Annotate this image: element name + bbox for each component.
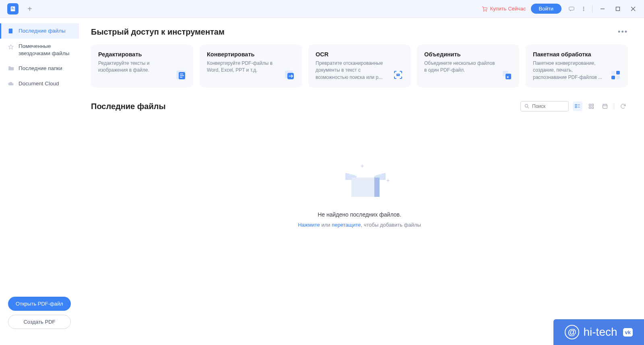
- search-icon: [524, 103, 530, 109]
- edit-icon: [174, 68, 188, 82]
- more-menu-icon[interactable]: [578, 3, 590, 15]
- search-input-wrapper[interactable]: [520, 101, 569, 112]
- vk-badge: vk: [623, 328, 633, 337]
- folder-icon: [7, 65, 14, 72]
- svg-rect-5: [569, 7, 574, 10]
- sidebar-item-label: Помеченные звездочками файлы: [19, 43, 73, 57]
- quick-access-title: Быстрый доступ к инструментам: [91, 27, 225, 37]
- main-content: Быстрый доступ к инструментам ••• Редакт…: [79, 18, 644, 345]
- close-button[interactable]: [625, 3, 641, 15]
- svg-rect-36: [589, 104, 591, 106]
- empty-box-icon: + +: [337, 164, 382, 200]
- svg-rect-32: [575, 105, 577, 106]
- view-list-button[interactable]: [573, 101, 582, 111]
- recent-files-icon: [7, 27, 14, 35]
- svg-point-8: [583, 10, 584, 11]
- sidebar-item-label: Document Cloud: [19, 80, 59, 87]
- view-calendar-button[interactable]: [600, 101, 610, 111]
- empty-drag-link[interactable]: перетащите: [332, 222, 361, 228]
- svg-rect-1: [12, 7, 13, 8]
- watermark-text: hi-tech: [583, 326, 617, 339]
- login-button[interactable]: Войти: [531, 4, 561, 14]
- recent-files-title: Последние файлы: [91, 102, 165, 111]
- svg-rect-10: [616, 7, 620, 10]
- svg-point-7: [583, 8, 584, 9]
- svg-line-31: [528, 107, 529, 108]
- svg-rect-40: [603, 105, 607, 109]
- svg-point-4: [486, 10, 487, 11]
- card-desc: Объедините несколько файлов в один PDF-ф…: [424, 60, 512, 74]
- tool-card-batch[interactable]: Пакетная обработка Пакетное конвертирова…: [526, 45, 628, 87]
- svg-rect-18: [180, 75, 184, 76]
- svg-rect-49: [374, 178, 380, 197]
- sidebar: Последние файлы Помеченные звездочками ф…: [0, 18, 79, 345]
- convert-icon: [283, 68, 296, 82]
- refresh-button[interactable]: [618, 101, 628, 111]
- card-title: Конвертировать: [207, 51, 295, 58]
- empty-click-link[interactable]: Нажмите: [298, 222, 320, 228]
- titlebar: + Купить Сейчас Войти: [0, 0, 644, 18]
- svg-marker-14: [8, 45, 13, 49]
- view-grid-button[interactable]: [586, 101, 596, 111]
- tool-card-edit[interactable]: Редактировать Редактируйте тексты и изоб…: [91, 45, 193, 87]
- svg-rect-38: [589, 107, 591, 109]
- svg-point-30: [525, 105, 528, 107]
- svg-rect-28: [611, 76, 615, 79]
- create-pdf-button[interactable]: Создать PDF: [8, 315, 71, 329]
- svg-text:+: +: [361, 164, 364, 169]
- svg-point-6: [583, 7, 584, 8]
- at-icon: @: [565, 325, 579, 339]
- sidebar-item-document-cloud[interactable]: Document Cloud: [0, 76, 79, 91]
- svg-rect-26: [611, 71, 615, 74]
- sidebar-item-label: Последние файлы: [19, 27, 66, 35]
- sidebar-item-recent-folders[interactable]: Последние папки: [0, 61, 79, 76]
- star-icon: [7, 43, 14, 51]
- maximize-button[interactable]: [610, 3, 625, 15]
- svg-rect-17: [180, 74, 183, 74]
- watermark-badge: @ hi-tech vk: [553, 319, 644, 345]
- empty-state: + + Не найдено последних файлов. Нажмите…: [91, 164, 628, 228]
- minimize-button[interactable]: [595, 3, 610, 15]
- svg-rect-2: [12, 8, 14, 9]
- empty-hint: Нажмите или перетащите, чтобы добавить ф…: [298, 222, 421, 228]
- new-tab-button[interactable]: +: [27, 5, 32, 13]
- card-desc: Превратите отсканированные документы в т…: [316, 60, 403, 81]
- ocr-icon: T: [391, 68, 405, 82]
- card-desc: Редактируйте тексты и изображения в файл…: [98, 60, 186, 74]
- svg-point-3: [483, 10, 484, 11]
- svg-rect-39: [592, 107, 593, 109]
- tool-card-merge[interactable]: Объединить Объедините несколько файлов в…: [417, 45, 519, 87]
- svg-text:+: +: [386, 177, 390, 184]
- svg-rect-37: [592, 104, 593, 106]
- svg-text:T: T: [397, 74, 398, 76]
- quick-access-more-icon[interactable]: •••: [618, 28, 628, 36]
- svg-rect-33: [575, 107, 577, 108]
- card-title: Редактировать: [98, 51, 186, 58]
- sidebar-item-label: Последние папки: [19, 65, 62, 72]
- merge-icon: [500, 68, 514, 82]
- chat-icon[interactable]: [566, 3, 578, 15]
- card-desc: Пакетное конвертирование, создание, печа…: [533, 60, 621, 81]
- svg-rect-27: [616, 71, 620, 74]
- empty-message: Не найдено последних файлов.: [318, 211, 401, 218]
- sidebar-item-starred[interactable]: Помеченные звездочками файлы: [0, 39, 79, 61]
- buy-now-label: Купить Сейчас: [490, 6, 526, 12]
- app-logo-icon: [7, 3, 19, 14]
- card-desc: Конвертируйте PDF-файлы в Word, Excel, P…: [207, 60, 295, 74]
- cloud-icon: [7, 80, 14, 87]
- buy-now-link[interactable]: Купить Сейчас: [481, 6, 526, 12]
- svg-rect-13: [9, 29, 12, 33]
- batch-icon: [609, 68, 622, 82]
- card-title: OCR: [316, 51, 403, 58]
- open-pdf-button[interactable]: Открыть PDF-файл: [8, 297, 71, 311]
- card-title: Объединить: [424, 51, 512, 58]
- tool-card-ocr[interactable]: OCR Превратите отсканированные документы…: [308, 45, 411, 87]
- tool-card-convert[interactable]: Конвертировать Конвертируйте PDF-файлы в…: [200, 45, 302, 87]
- svg-rect-19: [180, 77, 182, 78]
- svg-rect-29: [616, 76, 620, 79]
- tool-cards-row: Редактировать Редактируйте тексты и изоб…: [91, 45, 628, 87]
- card-title: Пакетная обработка: [533, 51, 621, 58]
- search-input[interactable]: [532, 103, 564, 109]
- sidebar-item-recent-files[interactable]: Последние файлы: [0, 23, 79, 39]
